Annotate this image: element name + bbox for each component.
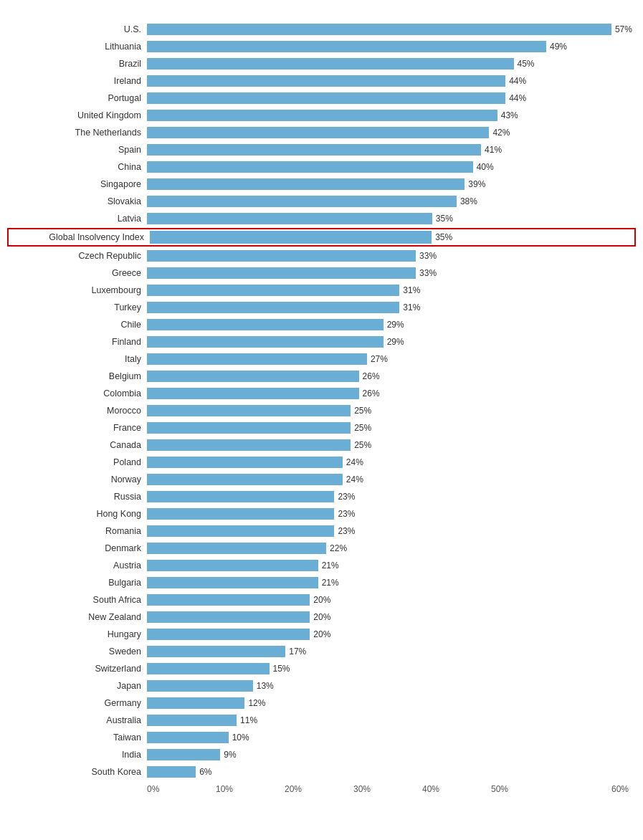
- bar-area: 15%: [147, 663, 636, 674]
- bar-fill: [147, 697, 244, 709]
- bar-value-label: 33%: [419, 268, 437, 278]
- bar-value-label: 31%: [403, 302, 420, 312]
- bar-label: Brazil: [7, 59, 147, 69]
- bar-fill: [147, 75, 505, 87]
- bar-fill: [147, 749, 220, 760]
- bar-fill: [150, 231, 432, 244]
- x-axis-tick: 0%: [147, 784, 216, 794]
- bar-row: United Kingdom43%: [7, 108, 636, 123]
- bar-area: 21%: [147, 577, 636, 588]
- bar-area: 44%: [147, 75, 636, 87]
- bar-fill: [147, 577, 318, 588]
- bar-row: Hong Kong23%: [7, 506, 636, 522]
- bar-value-label: 11%: [240, 715, 257, 725]
- bar-value-label: 42%: [492, 128, 510, 138]
- bar-row: France25%: [7, 420, 636, 436]
- bar-label: Denmark: [7, 543, 147, 553]
- bar-value-label: 57%: [615, 24, 632, 34]
- bar-area: 35%: [150, 231, 633, 244]
- bar-chart: U.S.57%Lithuania49%Brazil45%Ireland44%Po…: [7, 14, 636, 816]
- bar-row: Denmark22%: [7, 540, 636, 556]
- bar-label: Germany: [7, 698, 147, 708]
- bar-row: Finland29%: [7, 334, 636, 350]
- bar-row: China40%: [7, 159, 636, 175]
- bar-row: Ireland44%: [7, 73, 636, 89]
- bar-label: New Zealand: [7, 612, 147, 622]
- bar-label: Sweden: [7, 646, 147, 657]
- x-axis-tick: 60%: [560, 784, 629, 794]
- bar-fill: [147, 474, 343, 485]
- bar-value-label: 35%: [435, 232, 452, 242]
- bar-value-label: 40%: [477, 162, 494, 172]
- bar-label: Canada: [7, 440, 147, 450]
- bar-fill: [147, 543, 326, 554]
- bar-fill: [147, 629, 310, 640]
- bar-label: Switzerland: [7, 664, 147, 674]
- x-axis: 0%10%20%30%40%50%60%: [147, 784, 636, 794]
- bar-area: 6%: [147, 766, 636, 778]
- bar-label: Greece: [7, 268, 147, 278]
- bar-fill: [147, 161, 473, 173]
- bar-row: Japan13%: [7, 678, 636, 694]
- bar-label: Taiwan: [7, 732, 147, 743]
- x-axis-tick: 50%: [491, 784, 560, 794]
- bar-area: 13%: [147, 680, 636, 692]
- bar-fill: [147, 766, 196, 778]
- bar-row: Sweden17%: [7, 644, 636, 659]
- bar-label: Lithuania: [7, 42, 147, 52]
- bar-fill: [147, 388, 359, 399]
- bar-value-label: 24%: [346, 474, 363, 485]
- bar-row: Switzerland15%: [7, 661, 636, 677]
- bar-label: France: [7, 423, 147, 433]
- bar-value-label: 44%: [509, 76, 526, 86]
- bar-area: 25%: [147, 422, 636, 434]
- bar-fill: [147, 58, 514, 70]
- bar-area: 22%: [147, 543, 636, 554]
- bar-value-label: 24%: [346, 457, 363, 467]
- bar-label: India: [7, 750, 147, 760]
- bar-label: United Kingdom: [7, 110, 147, 120]
- x-axis-tick: 20%: [285, 784, 353, 794]
- bar-label: Chile: [7, 320, 147, 330]
- bar-value-label: 10%: [232, 732, 249, 743]
- bar-value-label: 15%: [273, 664, 290, 674]
- bar-label: Russia: [7, 492, 147, 502]
- bar-label: Bulgaria: [7, 578, 147, 588]
- bar-value-label: 23%: [338, 509, 355, 519]
- bar-label: Norway: [7, 474, 147, 485]
- bar-label: Austria: [7, 560, 147, 571]
- bar-fill: [147, 144, 481, 156]
- bar-area: 25%: [147, 439, 636, 451]
- bar-value-label: 25%: [354, 440, 371, 450]
- bar-row: Singapore39%: [7, 176, 636, 192]
- bar-fill: [147, 196, 457, 207]
- bar-value-label: 43%: [501, 110, 518, 120]
- bar-fill: [147, 213, 432, 224]
- bar-value-label: 17%: [289, 646, 306, 657]
- bar-row: Australia11%: [7, 712, 636, 728]
- bar-value-label: 6%: [199, 767, 211, 777]
- bar-area: 23%: [147, 525, 636, 537]
- bar-fill: [147, 611, 310, 623]
- bar-fill: [147, 439, 351, 451]
- bar-label: Portugal: [7, 93, 147, 103]
- bar-value-label: 23%: [338, 492, 355, 502]
- bar-value-label: 12%: [248, 698, 265, 708]
- bar-area: 23%: [147, 491, 636, 502]
- bar-value-label: 29%: [387, 320, 404, 330]
- bar-value-label: 21%: [322, 560, 339, 571]
- bar-area: 20%: [147, 611, 636, 623]
- bar-area: 26%: [147, 388, 636, 399]
- bar-fill: [147, 508, 334, 520]
- bar-fill: [147, 405, 351, 416]
- bar-value-label: 49%: [550, 42, 567, 52]
- bar-row: Spain41%: [7, 142, 636, 158]
- bar-label: Turkey: [7, 302, 147, 312]
- bar-value-label: 26%: [363, 388, 380, 398]
- bar-label: Japan: [7, 681, 147, 691]
- bar-row: Latvia35%: [7, 211, 636, 226]
- bar-row: Italy27%: [7, 351, 636, 367]
- bar-area: 29%: [147, 336, 636, 348]
- bar-label: U.S.: [7, 24, 147, 34]
- bar-fill: [147, 250, 416, 262]
